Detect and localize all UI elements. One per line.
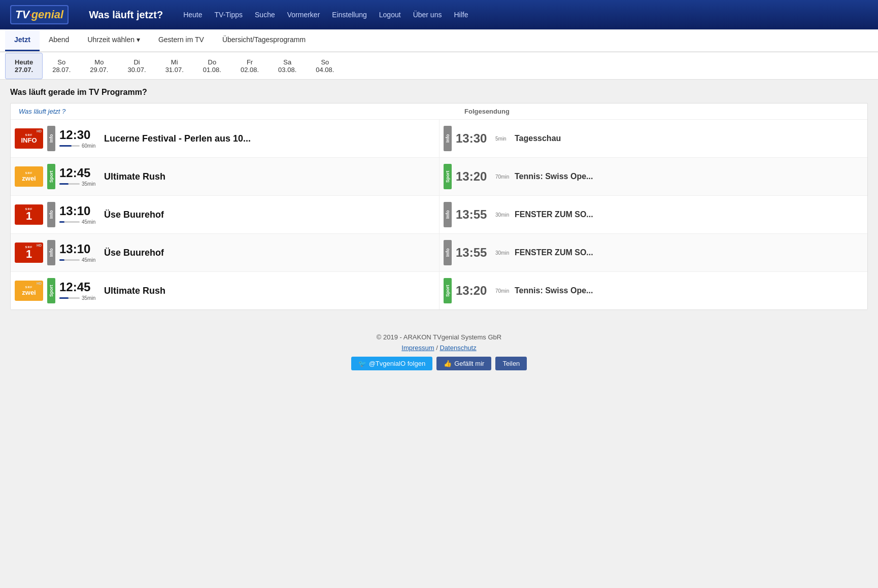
date-item-28.07.[interactable]: So28.07. xyxy=(43,53,80,79)
next-duration: 5min xyxy=(495,136,511,142)
category-badge-info: Info xyxy=(47,240,55,265)
tab-uhrzeit-wählen-▾[interactable]: Uhrzeit wählen ▾ xyxy=(78,29,149,51)
tab-jetzt[interactable]: Jetzt xyxy=(5,29,40,51)
share-button[interactable]: Teilen xyxy=(495,357,527,370)
time-block: 12:4535min xyxy=(59,281,100,301)
next-header: Folgesendung xyxy=(439,103,867,119)
category-badge-info: Info xyxy=(444,126,452,151)
next-title[interactable]: Tagesschau xyxy=(515,134,863,143)
time-progress: 45min xyxy=(59,219,95,225)
current-time: 13:10 xyxy=(59,205,90,217)
day-label: Di xyxy=(127,58,146,66)
date-label: 02.08. xyxy=(241,66,259,74)
program-title[interactable]: Üse Buurehof xyxy=(104,248,435,258)
day-label: So xyxy=(316,58,334,66)
datenschutz-link[interactable]: Datenschutz xyxy=(440,344,476,352)
program-title[interactable]: Ultimate Rush xyxy=(104,171,435,182)
date-label: 03.08. xyxy=(278,66,296,74)
table-row[interactable]: SRF zwei HD Sport12:4535minUltimate Rush… xyxy=(11,272,867,309)
day-label: Mi xyxy=(165,58,184,66)
next-program-cell: Sport13:2070minTennis: Swiss Ope... xyxy=(439,272,867,309)
nav-link-einstellung[interactable]: Einstellung xyxy=(332,11,367,19)
next-program-cell: Info13:305minTagesschau xyxy=(439,120,867,157)
category-badge-info: Info xyxy=(444,202,452,227)
tab-abend[interactable]: Abend xyxy=(40,29,78,51)
category-badge-sport: Sport xyxy=(444,278,452,303)
thumbsup-icon: 👍 xyxy=(444,360,452,367)
next-time: 13:55 xyxy=(456,207,491,222)
next-time: 13:30 xyxy=(456,131,491,146)
date-item-27.07.[interactable]: Heute27.07. xyxy=(5,53,43,79)
table-row[interactable]: SRF zwei Sport12:4535minUltimate RushSpo… xyxy=(11,158,867,196)
table-row[interactable]: SRF 1 HD Info13:1045minÜse BuurehofInfo1… xyxy=(11,234,867,272)
duration-label: 35min xyxy=(82,181,95,187)
footer-buttons: 🐦 @TvgenialO folgen 👍 Gefällt mir Teilen xyxy=(10,357,868,370)
program-title[interactable]: Lucerne Festival - Perlen aus 10... xyxy=(104,133,435,144)
date-item-03.08.[interactable]: Sa03.08. xyxy=(268,53,306,79)
date-item-02.08.[interactable]: Fr02.08. xyxy=(231,53,268,79)
tab-übersicht/tagesprogramm[interactable]: Übersicht/Tagesprogramm xyxy=(213,29,315,51)
date-item-30.07.[interactable]: Di30.07. xyxy=(118,53,155,79)
current-program-cell: SRF 1 Info13:1045minÜse Buurehof xyxy=(11,196,439,233)
nav-link-über-uns[interactable]: Über uns xyxy=(413,11,442,19)
twitter-button[interactable]: 🐦 @TvgenialO folgen xyxy=(351,357,432,370)
date-item-04.08.[interactable]: So04.08. xyxy=(306,53,344,79)
day-label: Do xyxy=(203,58,221,66)
channel-logo-srfzwei: SRF zwei xyxy=(15,166,43,187)
date-item-29.07.[interactable]: Mo29.07. xyxy=(80,53,118,79)
time-block: 13:1045min xyxy=(59,243,100,263)
section-title: Was läuft gerade im TV Programm? xyxy=(10,88,868,97)
progress-fill xyxy=(59,183,69,185)
next-title[interactable]: Tennis: Swiss Ope... xyxy=(515,172,863,181)
facebook-label: Gefällt mir xyxy=(454,360,484,367)
next-title[interactable]: FENSTER ZUM SO... xyxy=(515,248,863,257)
category-badge-info: Info xyxy=(47,126,55,151)
progress-fill xyxy=(59,259,64,261)
main-nav: HeuteTV-TippsSucheVormerkerEinstellungLo… xyxy=(183,11,468,19)
program-title[interactable]: Üse Buurehof xyxy=(104,210,435,220)
day-label: Heute xyxy=(15,58,33,66)
next-title[interactable]: FENSTER ZUM SO... xyxy=(515,210,863,219)
next-title[interactable]: Tennis: Swiss Ope... xyxy=(515,286,863,295)
progress-bar xyxy=(59,297,80,299)
next-program-cell: Info13:5530minFENSTER ZUM SO... xyxy=(439,196,867,233)
category-badge-info: Info xyxy=(444,240,452,265)
current-time: 12:45 xyxy=(59,281,90,293)
duration-label: 45min xyxy=(82,219,95,225)
nav-link-hilfe[interactable]: Hilfe xyxy=(454,11,468,19)
next-program-cell: Sport13:2070minTennis: Swiss Ope... xyxy=(439,158,867,195)
current-program-cell: SRF zwei HD Sport12:4535minUltimate Rush xyxy=(11,272,439,309)
tab-gestern-im-tv[interactable]: Gestern im TV xyxy=(149,29,213,51)
logo[interactable]: TV•genial xyxy=(10,5,69,24)
nav-link-tv-tipps[interactable]: TV-Tipps xyxy=(215,11,243,19)
date-label: 27.07. xyxy=(15,66,33,74)
next-time: 13:20 xyxy=(456,169,491,184)
date-item-31.07.[interactable]: Mi31.07. xyxy=(156,53,193,79)
table-row[interactable]: SRF INFO HD Info12:3060minLucerne Festiv… xyxy=(11,120,867,158)
progress-bar xyxy=(59,145,80,147)
duration-label: 45min xyxy=(82,257,95,263)
time-block: 12:4535min xyxy=(59,167,100,187)
date-bar: Heute27.07.So28.07.Mo29.07.Di30.07.Mi31.… xyxy=(0,53,878,80)
tab-bar: JetztAbendUhrzeit wählen ▾Gestern im TVÜ… xyxy=(0,29,878,52)
table-row[interactable]: SRF 1 Info13:1045minÜse BuurehofInfo13:5… xyxy=(11,196,867,234)
category-badge-sport: Sport xyxy=(444,164,452,189)
next-program-cell: Info13:5530minFENSTER ZUM SO... xyxy=(439,234,867,271)
nav-link-heute[interactable]: Heute xyxy=(183,11,202,19)
progress-bar xyxy=(59,183,80,185)
footer-copyright: © 2019 - ARAKON TVgenial Systems GbR xyxy=(10,333,868,341)
nav-link-logout[interactable]: Logout xyxy=(379,11,401,19)
next-time: 13:55 xyxy=(456,246,491,260)
twitter-label: @TvgenialO folgen xyxy=(369,360,425,367)
program-title[interactable]: Ultimate Rush xyxy=(104,286,435,296)
channel-logo-srfzweihd: SRF zwei HD xyxy=(15,281,43,301)
impressum-link[interactable]: Impressum xyxy=(401,344,434,352)
next-duration: 30min xyxy=(495,212,511,218)
nav-link-vormerker[interactable]: Vormerker xyxy=(287,11,320,19)
channel-logo-srf1hd: SRF 1 HD xyxy=(15,243,43,263)
date-item-01.08.[interactable]: Do01.08. xyxy=(193,53,231,79)
time-progress: 60min xyxy=(59,143,95,149)
facebook-like-button[interactable]: 👍 Gefällt mir xyxy=(436,357,491,370)
date-label: 01.08. xyxy=(203,66,221,74)
nav-link-suche[interactable]: Suche xyxy=(255,11,275,19)
